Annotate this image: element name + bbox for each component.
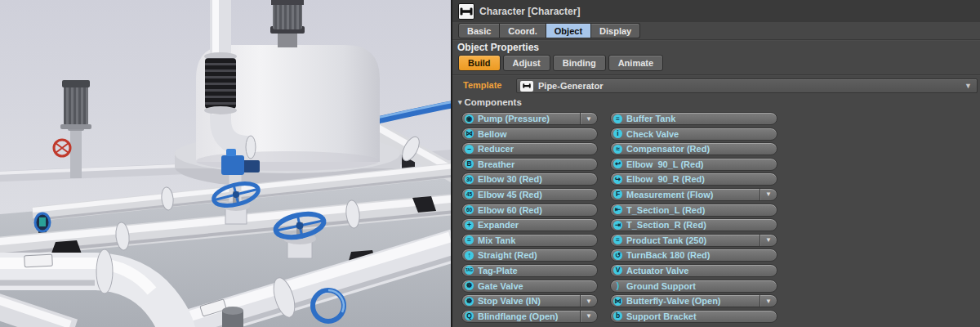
component-turnback-180-red[interactable]: ↺TurnBack 180 (Red)	[610, 249, 777, 262]
component-t-section-l-red[interactable]: ⇤T_Section_L (Red)	[610, 204, 777, 217]
component-support-bracket[interactable]: bSupport Bracket	[610, 310, 777, 323]
template-row: Template Pipe-Generator ▼	[452, 78, 980, 93]
component-elbow-90-r-red[interactable]: ↪Elbow 90_R (Red)	[610, 172, 777, 186]
pipes-3d-render	[0, 0, 451, 327]
breather-icon: B	[465, 159, 474, 168]
component-label: Breather	[478, 159, 594, 169]
component-label: Product Tank (250)	[626, 235, 773, 245]
stop-valve-in-icon: ☸	[465, 297, 474, 306]
mode-tabs: Build Adjust Binding Animate	[458, 55, 663, 71]
component-label: Actuator Valve	[626, 266, 773, 275]
component-label: Bellow	[478, 129, 594, 139]
component-label: Straight (Red)	[478, 250, 594, 260]
component-pump-pressure[interactable]: ◉Pump (Pressure)▼	[461, 112, 598, 125]
buffer-tank-icon: ≡	[613, 114, 622, 123]
component-butterfly-valve-open[interactable]: ⋈Butterfly-Valve (Open)▼	[610, 294, 777, 307]
t-section-l-red-icon: ⇤	[613, 205, 622, 214]
compensator-red-icon: ≈	[613, 145, 622, 154]
tab-display[interactable]: Display	[591, 23, 640, 38]
reducer-icon: –	[465, 145, 474, 154]
gate-valve-icon: ☸	[465, 281, 474, 290]
tab-animate[interactable]: Animate	[608, 55, 663, 71]
component-expander[interactable]: +Expander	[461, 218, 598, 231]
component-label: Butterfly-Valve (Open)	[626, 296, 773, 306]
component-tag-plate[interactable]: TAGTag-Plate	[461, 264, 598, 277]
product-tank-250-dropdown[interactable]: ▼	[760, 235, 777, 246]
t-section-r-red-icon: ⇥	[613, 221, 622, 230]
component-elbow-90-l-red[interactable]: ↩Elbow 90_L (Red)	[610, 158, 777, 171]
tag-plate-icon: TAG	[465, 266, 474, 275]
component-label: Gate Valve	[478, 281, 594, 291]
actuator-valve-icon: V	[613, 266, 622, 275]
components-group-header[interactable]: ▾ Components	[458, 97, 522, 107]
component-label: Elbow 90_L (Red)	[626, 159, 773, 169]
components-column-right: ≡Buffer TankiCheck Valve≈Compensator (Re…	[610, 112, 777, 323]
component-reducer[interactable]: –Reducer	[461, 142, 598, 155]
component-ground-support[interactable]: )Ground Support	[610, 280, 777, 293]
components-column-left: ◉Pump (Pressure)▼⋈Bellow–ReducerBBreathe…	[461, 112, 598, 323]
component-label: Stop Valve (IN)	[478, 296, 594, 306]
butterfly-valve-open-dropdown[interactable]: ▼	[760, 295, 777, 307]
component-compensator-red[interactable]: ≈Compensator (Red)	[610, 142, 777, 155]
component-straight-red[interactable]: ↑Straight (Red)	[461, 249, 598, 262]
component-t-section-r-red[interactable]: ⇥T_Section_R (Red)	[610, 218, 777, 231]
template-label: Template	[463, 80, 501, 90]
component-label: Elbow 90_R (Red)	[626, 174, 773, 184]
component-label: Mix Tank	[478, 235, 594, 245]
component-label: TurnBack 180 (Red)	[626, 250, 773, 260]
elbow-60-red-icon: 60	[465, 205, 474, 214]
tab-binding[interactable]: Binding	[553, 55, 606, 71]
component-label: Elbow 60 (Red)	[478, 205, 594, 215]
app-window: Character [Character] Basic Coord. Objec…	[0, 0, 980, 327]
attribute-tabs: Basic Coord. Object Display	[458, 23, 640, 38]
turnback-180-red-icon: ↺	[613, 251, 622, 260]
component-label: Pump (Pressure)	[478, 114, 594, 123]
component-blindflange-open[interactable]: QBlindflange (Open)▼	[461, 310, 598, 323]
component-buffer-tank[interactable]: ≡Buffer Tank	[610, 112, 777, 125]
pump-pressure-dropdown[interactable]: ▼	[580, 113, 597, 124]
component-label: Ground Support	[626, 281, 773, 291]
component-label: T_Section_R (Red)	[626, 220, 773, 230]
component-mix-tank[interactable]: ≡Mix Tank	[461, 234, 598, 247]
component-elbow-60-red[interactable]: 60Elbow 60 (Red)	[461, 204, 598, 217]
tab-build[interactable]: Build	[458, 55, 501, 71]
object-properties-header: Object Properties	[457, 42, 539, 53]
measurement-flow-icon: F	[613, 190, 622, 199]
tab-object[interactable]: Object	[546, 23, 591, 38]
expander-icon: +	[465, 221, 474, 230]
template-dropdown[interactable]: Pipe-Generator ▼	[516, 78, 978, 93]
panel-titlebar: Character [Character]	[452, 0, 980, 22]
component-elbow-45-red[interactable]: 45Elbow 45 (Red)	[461, 188, 598, 201]
blindflange-open-dropdown[interactable]: ▼	[580, 311, 597, 322]
separator	[452, 39, 980, 41]
component-check-valve[interactable]: iCheck Valve	[610, 128, 777, 141]
component-label: T_Section_L (Red)	[626, 205, 773, 215]
component-label: Compensator (Red)	[626, 144, 773, 154]
character-object-icon	[458, 3, 474, 20]
component-label: Support Bracket	[626, 311, 773, 321]
elbow-45-red-icon: 45	[465, 190, 474, 199]
stop-valve-in-dropdown[interactable]: ▼	[580, 295, 597, 307]
tab-basic[interactable]: Basic	[458, 23, 500, 38]
tab-adjust[interactable]: Adjust	[503, 55, 550, 71]
component-stop-valve-in[interactable]: ☸Stop Valve (IN)▼	[461, 294, 598, 307]
blindflange-open-icon: Q	[465, 311, 474, 320]
component-label: Expander	[478, 220, 594, 230]
component-gate-valve[interactable]: ☸Gate Valve	[461, 280, 598, 293]
component-bellow[interactable]: ⋈Bellow	[461, 128, 598, 141]
component-product-tank-250[interactable]: ≡Product Tank (250)▼	[610, 234, 777, 247]
component-label: Elbow 45 (Red)	[478, 190, 594, 199]
straight-red-icon: ↑	[465, 251, 474, 260]
measurement-flow-dropdown[interactable]: ▼	[760, 189, 777, 200]
product-tank-250-icon: ≡	[613, 235, 622, 244]
elbow-90-r-red-icon: ↪	[613, 175, 622, 184]
component-elbow-30-red[interactable]: 30Elbow 30 (Red)	[461, 172, 598, 186]
tab-coord[interactable]: Coord.	[500, 23, 546, 38]
support-bracket-icon: b	[613, 311, 622, 320]
component-breather[interactable]: BBreather	[461, 158, 598, 171]
collapse-triangle-icon: ▾	[458, 98, 462, 106]
pipe-generator-object-icon	[520, 81, 533, 92]
component-measurement-flow[interactable]: FMeasurement (Flow)▼	[610, 188, 777, 201]
bellow-icon: ⋈	[465, 129, 474, 138]
component-actuator-valve[interactable]: VActuator Valve	[610, 264, 777, 277]
